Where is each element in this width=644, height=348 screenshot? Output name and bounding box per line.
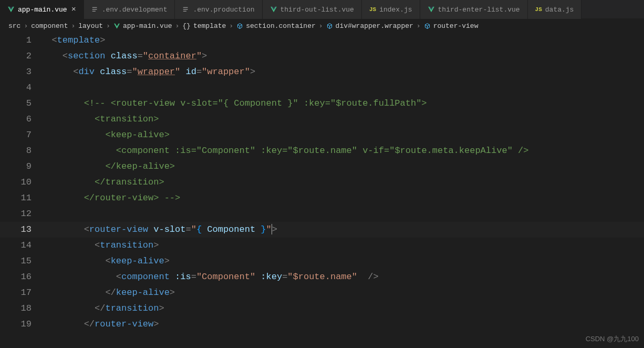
code-line <box>41 80 644 96</box>
code-line: <keep-alive> <box>41 253 644 269</box>
tab-env-prod[interactable]: .env.production <box>175 0 262 19</box>
cube-icon <box>424 23 431 29</box>
breadcrumb: src › component › layout › app-main.vue … <box>0 19 644 33</box>
tab-bar: app-main.vue × .env.development .env.pro… <box>0 0 644 19</box>
tab-label: index.js <box>379 6 412 14</box>
code-line: <component :is="Component" :key="$route.… <box>41 269 644 285</box>
code-line: <!-- <router-view v-slot="{ Component }"… <box>41 96 644 111</box>
settings-icon <box>182 6 190 13</box>
crumb-router-view[interactable]: router-view <box>424 22 479 30</box>
code-line: </keep-alive> <box>41 159 644 175</box>
code-line: </keep-alive> <box>41 285 644 301</box>
crumb-template[interactable]: {} template <box>182 22 226 30</box>
crumb-section[interactable]: section.container <box>236 22 316 30</box>
close-icon[interactable]: × <box>71 6 76 14</box>
crumb-layout[interactable]: layout <box>78 22 103 30</box>
tab-env-dev[interactable]: .env.development <box>84 0 175 19</box>
tab-third-out-list[interactable]: third-out-list.vue <box>263 0 362 19</box>
chevron-right-icon: › <box>417 22 421 30</box>
tab-label: .env.development <box>102 6 168 14</box>
svg-rect-2 <box>92 11 95 12</box>
code-line <box>41 206 644 222</box>
tab-label: data.js <box>545 6 574 14</box>
tab-label: third-out-list.vue <box>281 6 354 14</box>
code-line: </transition> <box>41 301 644 316</box>
svg-rect-3 <box>183 7 188 8</box>
tab-data-js[interactable]: JS data.js <box>528 0 582 19</box>
line-gutter: 1234 5678 9101112 13141516 171819 <box>0 33 41 348</box>
crumb-div[interactable]: div#wrapper.wrapper <box>326 22 413 30</box>
tab-third-enter-list[interactable]: third-enter-list.vue <box>420 0 528 19</box>
chevron-right-icon: › <box>175 22 180 30</box>
code-line: <section class="container"> <box>41 48 644 64</box>
tab-app-main[interactable]: app-main.vue × <box>0 0 84 19</box>
crumb-component[interactable]: component <box>31 22 68 30</box>
tab-label: third-enter-list.vue <box>438 6 520 14</box>
chevron-right-icon: › <box>24 22 28 30</box>
code-line: <router-view v-slot="{ Component }"> <box>41 222 644 238</box>
watermark: CSDN @九九100 <box>586 334 639 344</box>
js-icon: JS <box>369 6 376 13</box>
tab-label: .env.production <box>193 6 254 14</box>
vue-icon <box>270 6 277 13</box>
cube-icon <box>326 23 333 29</box>
svg-rect-4 <box>183 9 188 9</box>
code-line: <component :is="Component" :key="$route.… <box>41 143 644 159</box>
code-line: <template> <box>41 33 644 48</box>
chevron-right-icon: › <box>71 22 75 30</box>
svg-rect-5 <box>183 11 186 12</box>
code-editor[interactable]: 1234 5678 9101112 13141516 171819 <templ… <box>0 33 644 348</box>
vue-icon <box>428 6 435 13</box>
vue-icon <box>7 6 15 13</box>
svg-rect-0 <box>92 7 97 8</box>
code-line: </transition> <box>41 175 644 190</box>
code-area[interactable]: <template> <section class="container"> <… <box>41 33 644 348</box>
settings-icon <box>91 6 99 13</box>
js-icon: JS <box>535 6 542 13</box>
chevron-right-icon: › <box>229 22 233 30</box>
code-line: <keep-alive> <box>41 127 644 143</box>
chevron-right-icon: › <box>106 22 110 30</box>
crumb-src[interactable]: src <box>8 22 20 30</box>
code-line: <transition> <box>41 111 644 127</box>
tab-label: app-main.vue <box>18 6 67 14</box>
chevron-right-icon: › <box>319 22 323 30</box>
tab-index-js[interactable]: JS index.js <box>362 0 420 19</box>
brace-icon: {} <box>182 22 191 30</box>
cube-icon <box>236 23 243 29</box>
code-line: <transition> <box>41 238 644 253</box>
svg-rect-1 <box>92 9 97 9</box>
vue-icon <box>113 23 120 29</box>
code-line: </router-view> --> <box>41 190 644 206</box>
code-line: <div class="wrapper" id="wrapper"> <box>41 64 644 80</box>
code-line: </router-view> <box>41 316 644 332</box>
crumb-file[interactable]: app-main.vue <box>113 22 172 30</box>
